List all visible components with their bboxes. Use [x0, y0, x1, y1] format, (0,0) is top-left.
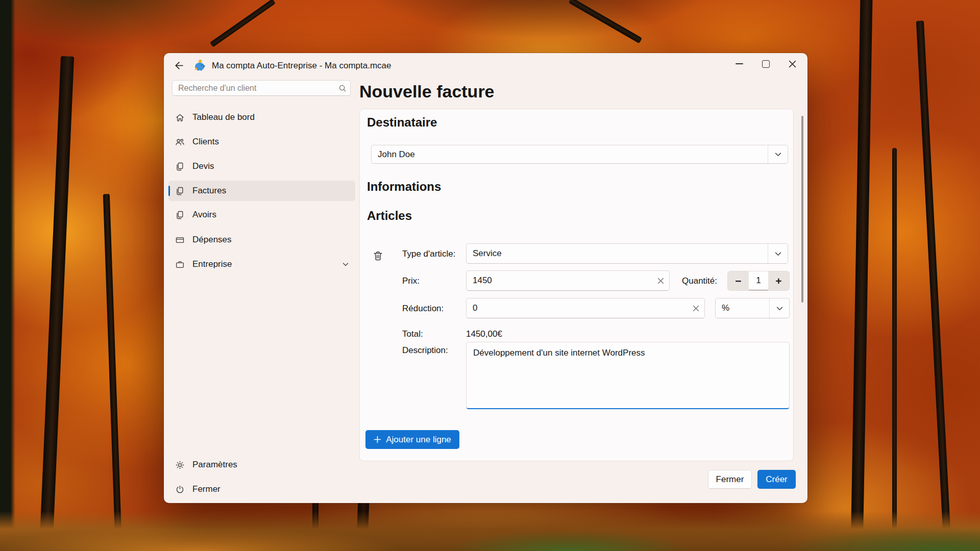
description-textarea[interactable]: Développement d'un site internet WordPre…: [466, 342, 790, 409]
close-icon: [789, 60, 796, 68]
window-controls: [726, 53, 805, 74]
add-line-button[interactable]: Ajouter une ligne: [365, 430, 459, 449]
vertical-scrollbar[interactable]: [801, 116, 803, 303]
window-title: Ma compta Auto-Entreprise - Ma compta.mc…: [212, 61, 391, 71]
maximize-button[interactable]: [752, 53, 779, 74]
sidebar-item-label: Fermer: [192, 484, 220, 494]
creer-button[interactable]: Créer: [757, 470, 796, 489]
documents-icon: [175, 186, 185, 196]
sidebar-item-fermer[interactable]: Fermer: [168, 479, 355, 499]
total-label: Total:: [402, 329, 423, 339]
informations-heading: Informations: [367, 179, 441, 194]
documents-icon: [175, 161, 185, 171]
increment-button[interactable]: +: [768, 271, 789, 290]
people-icon: [175, 137, 185, 147]
search-input[interactable]: [173, 84, 335, 93]
sidebar-item-label: Clients: [192, 137, 219, 147]
chevron-down-icon: [342, 261, 349, 268]
sidebar-item-label: Devis: [192, 161, 214, 171]
client-search-box: [172, 80, 351, 96]
prix-label: Prix:: [402, 276, 420, 286]
clear-prix-button[interactable]: [652, 273, 669, 288]
credit-card-icon: [175, 235, 185, 245]
piggy-bank-icon: [193, 59, 206, 72]
decrement-button[interactable]: −: [728, 271, 749, 290]
prix-field: [466, 270, 670, 291]
add-line-label: Ajouter une ligne: [386, 435, 451, 445]
sidebar-item-label: Factures: [192, 186, 226, 196]
minimize-button[interactable]: [726, 53, 752, 74]
quantite-label: Quantité:: [682, 276, 717, 286]
chevron-down-icon: [768, 244, 788, 263]
search-icon: [335, 84, 350, 92]
reduction-unit-value: %: [716, 303, 769, 313]
power-icon: [175, 484, 185, 494]
reduction-field: [466, 298, 705, 318]
plus-icon: [374, 436, 381, 443]
close-button[interactable]: [779, 53, 805, 74]
prix-input[interactable]: [467, 276, 652, 286]
sidebar-item-depenses[interactable]: Dépenses: [168, 230, 355, 250]
reduction-unit-combobox[interactable]: %: [715, 298, 790, 318]
sidebar-item-label: Paramètres: [192, 460, 237, 470]
tree-trunk: [916, 20, 951, 550]
tree-branch: [210, 0, 276, 47]
wallpaper-ground: [0, 511, 980, 551]
chevron-down-icon: [769, 298, 789, 318]
home-icon: [175, 112, 185, 122]
minimize-icon: [736, 63, 743, 64]
sidebar-item-entreprise[interactable]: Entreprise: [168, 254, 355, 274]
article-type-value: Service: [467, 248, 768, 259]
sidebar-item-factures[interactable]: Factures: [168, 181, 355, 201]
client-combobox[interactable]: John Doe: [371, 145, 788, 164]
article-type-combobox[interactable]: Service: [466, 243, 788, 264]
clear-reduction-button[interactable]: [687, 300, 704, 316]
sidebar-item-label: Tableau de bord: [192, 112, 255, 122]
tree-trunk: [39, 56, 74, 551]
documents-icon: [175, 210, 185, 220]
type-article-label: Type d'article:: [402, 249, 455, 259]
articles-heading: Articles: [367, 208, 412, 223]
chevron-down-icon: [768, 145, 788, 163]
trash-icon: [372, 250, 384, 262]
maximize-icon: [762, 60, 770, 68]
tree-trunk: [850, 0, 872, 551]
plus-icon: +: [775, 275, 781, 287]
reduction-label: Réduction:: [402, 304, 444, 314]
back-button[interactable]: [170, 57, 187, 73]
sidebar-item-tableau-de-bord[interactable]: Tableau de bord: [168, 107, 355, 128]
minus-icon: −: [735, 275, 741, 287]
sidebar-item-avoirs[interactable]: Avoirs: [168, 205, 355, 225]
back-arrow-icon: [174, 60, 184, 71]
invoice-form-card: Destinataire John Doe Informations Artic…: [359, 109, 794, 461]
sidebar-item-devis[interactable]: Devis: [168, 156, 355, 177]
page-title: Nouvelle facture: [359, 81, 495, 102]
tree-trunk: [892, 148, 897, 551]
description-label: Description:: [402, 345, 448, 356]
reduction-input[interactable]: [467, 303, 687, 313]
destinataire-heading: Destinataire: [367, 115, 437, 130]
quantity-stepper: − 1 +: [727, 271, 790, 291]
briefcase-icon: [175, 259, 185, 269]
fermer-button[interactable]: Fermer: [708, 470, 752, 489]
gear-icon: [175, 460, 185, 470]
sidebar-item-label: Entreprise: [192, 259, 232, 269]
tree-trunk: [103, 194, 122, 551]
sidebar-item-parametres[interactable]: Paramètres: [168, 455, 355, 475]
wallpaper-dark-edge: [0, 0, 15, 551]
total-value: 1450,00€: [466, 329, 502, 339]
sidebar-item-clients[interactable]: Clients: [168, 132, 355, 152]
client-combobox-value: John Doe: [372, 149, 768, 160]
sidebar-item-label: Dépenses: [192, 235, 232, 245]
app-window: Ma compta Auto-Entreprise - Ma compta.mc…: [164, 53, 807, 503]
quantity-value[interactable]: 1: [749, 271, 768, 290]
delete-article-button[interactable]: [370, 248, 385, 263]
tree-branch: [569, 0, 643, 43]
sidebar-item-label: Avoirs: [192, 210, 216, 220]
